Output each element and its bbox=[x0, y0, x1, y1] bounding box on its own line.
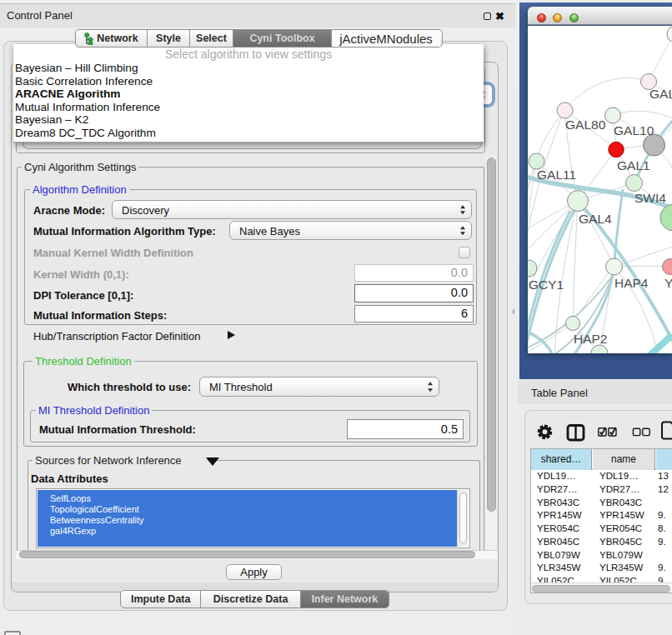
svg-text:GAL10: GAL10 bbox=[614, 123, 654, 138]
svg-text:GAL80: GAL80 bbox=[565, 118, 606, 132]
svg-text:GAL7: GAL7 bbox=[649, 87, 672, 101]
svg-text:HAP4: HAP4 bbox=[614, 276, 649, 290]
svg-text:Y: Y bbox=[664, 276, 672, 290]
svg-text:GCY1: GCY1 bbox=[529, 278, 564, 292]
svg-text:HAP2: HAP2 bbox=[574, 332, 608, 346]
svg-text:GAL1: GAL1 bbox=[617, 158, 650, 172]
svg-text:GAL4: GAL4 bbox=[579, 212, 612, 226]
svg-text:SWI4: SWI4 bbox=[634, 191, 666, 205]
svg-text:GAL11: GAL11 bbox=[537, 168, 576, 182]
